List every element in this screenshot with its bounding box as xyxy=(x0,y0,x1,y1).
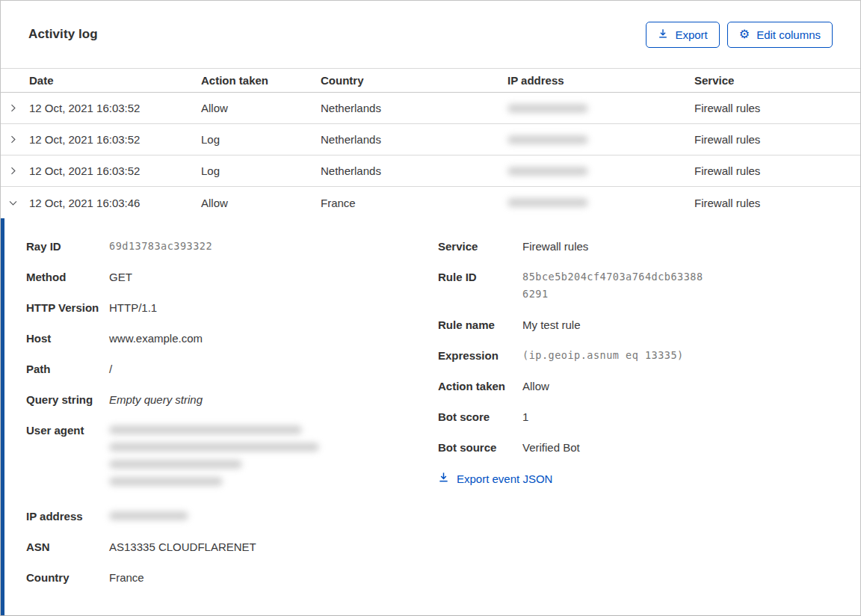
column-header-action-taken: Action taken xyxy=(201,74,321,87)
detail-field-action-taken: Action taken Allow xyxy=(438,378,860,395)
column-header-ip-address: IP address xyxy=(507,74,694,87)
download-icon xyxy=(658,28,668,41)
page-title: Activity log xyxy=(28,27,98,42)
edit-columns-button[interactable]: ⚙ Edit columns xyxy=(727,22,833,48)
detail-field-country: Country France xyxy=(26,569,438,586)
ip-address-redacted xyxy=(109,508,188,525)
export-button[interactable]: Export xyxy=(646,22,719,48)
cell-service: Firewall rules xyxy=(694,102,860,114)
export-event-json-link[interactable]: Export event JSON xyxy=(438,472,552,485)
detail-field-query-string: Query string Empty query string xyxy=(26,391,438,408)
cell-country: Netherlands xyxy=(321,133,507,146)
detail-field-asn: ASN AS13335 CLOUDFLARENET xyxy=(26,538,438,555)
cell-date: 12 Oct, 2021 16:03:52 xyxy=(29,164,201,177)
export-event-json-label: Export event JSON xyxy=(457,472,552,485)
detail-field-bot-score: Bot score 1 xyxy=(438,408,860,425)
cell-action-taken: Allow xyxy=(201,197,321,209)
table-row-expanded[interactable]: 12 Oct, 2021 16:03:46 Allow France Firew… xyxy=(1,187,860,218)
cell-country: Netherlands xyxy=(321,164,507,177)
detail-field-rule-id: Rule ID 85bce5b204cf4703a764dcb633886291 xyxy=(438,268,860,303)
detail-field-http-version: HTTP Version HTTP/1.1 xyxy=(26,299,438,316)
export-button-label: Export xyxy=(675,28,707,41)
gear-icon: ⚙ xyxy=(739,28,750,40)
cell-action-taken: Allow xyxy=(201,102,321,114)
activity-log-panel: Activity log Export ⚙ Edit columns Date … xyxy=(0,0,861,616)
detail-field-path: Path / xyxy=(26,360,438,378)
cell-ip-redacted xyxy=(507,135,694,144)
cell-action-taken: Log xyxy=(201,164,321,177)
cell-service: Firewall rules xyxy=(694,133,860,146)
toolbar-actions: Export ⚙ Edit columns xyxy=(646,22,833,48)
cell-service: Firewall rules xyxy=(694,197,860,209)
table-row[interactable]: 12 Oct, 2021 16:03:52 Log Netherlands Fi… xyxy=(1,124,860,155)
detail-right-column: Service Firewall rules Rule ID 85bce5b20… xyxy=(438,238,860,615)
cell-service: Firewall rules xyxy=(694,164,860,177)
detail-field-host: Host www.example.com xyxy=(26,330,438,347)
detail-field-bot-source: Bot source Verified Bot xyxy=(438,439,860,456)
detail-field-expression: Expression (ip.geoip.asnum eq 13335) xyxy=(438,347,860,364)
cell-ip-redacted xyxy=(507,167,694,176)
detail-field-rule-name: Rule name My test rule xyxy=(438,316,860,333)
detail-left-column: Ray ID 69d13783ac393322 Method GET HTTP … xyxy=(26,238,438,615)
user-agent-redacted xyxy=(109,422,319,494)
table-header-row: Date Action taken Country IP address Ser… xyxy=(1,68,860,93)
column-header-service: Service xyxy=(694,74,860,87)
chevron-right-icon[interactable] xyxy=(1,166,29,176)
detail-field-ip-address: IP address xyxy=(26,508,438,525)
cell-country: France xyxy=(321,197,507,209)
chevron-right-icon[interactable] xyxy=(1,103,29,113)
cell-action-taken: Log xyxy=(201,133,321,146)
chevron-right-icon[interactable] xyxy=(1,135,29,144)
edit-columns-button-label: Edit columns xyxy=(756,28,821,41)
cell-date: 12 Oct, 2021 16:03:52 xyxy=(29,133,201,146)
cell-date: 12 Oct, 2021 16:03:46 xyxy=(29,197,201,209)
download-icon xyxy=(438,472,449,485)
chevron-down-icon[interactable] xyxy=(1,198,29,208)
detail-field-ray-id: Ray ID 69d13783ac393322 xyxy=(26,238,438,255)
cell-country: Netherlands xyxy=(321,102,507,114)
table-row[interactable]: 12 Oct, 2021 16:03:52 Log Netherlands Fi… xyxy=(1,155,860,187)
detail-field-method: Method GET xyxy=(26,268,438,286)
table-row[interactable]: 12 Oct, 2021 16:03:52 Allow Netherlands … xyxy=(1,93,860,124)
column-header-date: Date xyxy=(29,74,201,87)
topbar: Activity log Export ⚙ Edit columns xyxy=(1,1,860,68)
column-header-country: Country xyxy=(321,74,507,87)
cell-ip-redacted xyxy=(507,104,694,113)
detail-field-user-agent: User agent xyxy=(26,422,438,494)
cell-date: 12 Oct, 2021 16:03:52 xyxy=(29,102,201,114)
event-detail-panel: Ray ID 69d13783ac393322 Method GET HTTP … xyxy=(1,218,860,615)
detail-field-service: Service Firewall rules xyxy=(438,238,860,255)
cell-ip-redacted xyxy=(507,198,694,207)
